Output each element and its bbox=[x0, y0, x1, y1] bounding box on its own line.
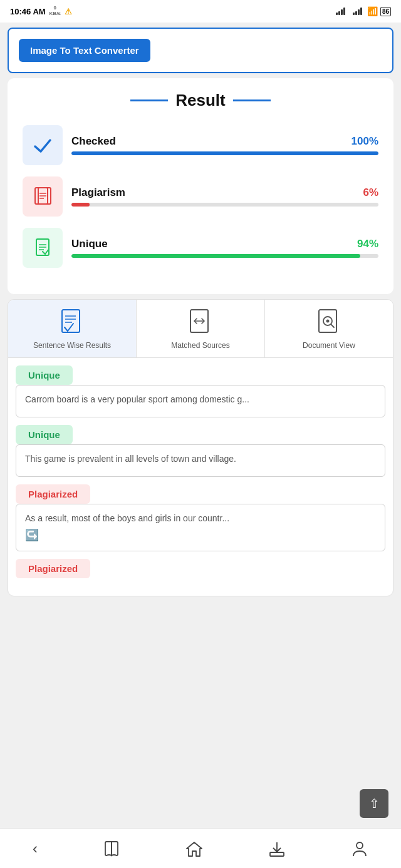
svg-rect-20 bbox=[270, 852, 284, 856]
sentence-text-3: As a result, most of the boys and girls … bbox=[16, 504, 385, 551]
nav-profile-button[interactable] bbox=[341, 835, 378, 862]
sentences-section: Unique Carrom board is a very popular sp… bbox=[8, 358, 393, 596]
tabs-card: Sentence Wise Results Matched Sources bbox=[8, 299, 393, 596]
data-speed: 0KB/s bbox=[49, 6, 61, 17]
checked-icon-box bbox=[23, 125, 63, 165]
nav-back-button[interactable]: ‹ bbox=[23, 835, 48, 862]
unique-doc-icon bbox=[31, 237, 54, 259]
signal-bars bbox=[336, 8, 345, 15]
status-bar: 10:46 AM 0KB/s ⚠ 📶 86 bbox=[0, 0, 401, 23]
plagiarism-progress-fill bbox=[71, 203, 90, 207]
sentence-wise-icon bbox=[60, 309, 85, 336]
plagiarism-label: Plagiarism bbox=[71, 186, 125, 199]
back-icon: ‹ bbox=[33, 840, 38, 857]
sentence-block-3: Plagiarized As a result, most of the boy… bbox=[16, 484, 385, 551]
sentence-tag-4: Plagiarized bbox=[16, 559, 90, 578]
checked-pct: 100% bbox=[352, 135, 378, 148]
unique-progress-bg bbox=[71, 254, 378, 258]
svg-marker-19 bbox=[187, 842, 202, 856]
document-view-icon bbox=[316, 309, 341, 336]
checked-label: Checked bbox=[71, 135, 116, 148]
plagiarism-pct: 6% bbox=[363, 186, 378, 199]
svg-rect-9 bbox=[62, 310, 80, 332]
tab-matched-sources[interactable]: Matched Sources bbox=[137, 300, 265, 357]
sentence-block-1: Unique Carrom board is a very popular sp… bbox=[16, 365, 385, 417]
download-icon bbox=[268, 840, 286, 857]
tab-sentence-wise[interactable]: Sentence Wise Results bbox=[8, 300, 137, 357]
battery-indicator: 86 bbox=[380, 7, 391, 16]
bottom-nav: ‹ bbox=[0, 828, 401, 868]
warning-icon: ⚠ bbox=[65, 7, 72, 16]
plagiarism-progress-bg bbox=[71, 203, 378, 207]
unique-pct: 94% bbox=[357, 238, 378, 250]
stat-row-plagiarism: Plagiarism 6% bbox=[23, 176, 378, 217]
tab-sentence-wise-label: Sentence Wise Results bbox=[33, 341, 111, 350]
result-title: Result bbox=[23, 91, 378, 110]
status-indicators: 📶 86 bbox=[336, 6, 391, 16]
book-icon bbox=[103, 840, 120, 857]
external-link-icon[interactable]: ↪️ bbox=[25, 528, 376, 542]
plagiarism-doc-icon bbox=[31, 185, 54, 208]
nav-download-button[interactable] bbox=[258, 835, 296, 862]
unique-label: Unique bbox=[71, 238, 108, 250]
svg-point-22 bbox=[357, 842, 363, 849]
tabs-row: Sentence Wise Results Matched Sources bbox=[8, 300, 393, 358]
svg-point-17 bbox=[326, 320, 330, 323]
status-time: 10:46 AM bbox=[10, 7, 46, 16]
signal-bars-2 bbox=[353, 8, 362, 15]
wifi-icon: 📶 bbox=[367, 6, 378, 16]
sentence-tag-2: Unique bbox=[16, 425, 73, 444]
checked-progress-bg bbox=[71, 151, 378, 155]
scroll-up-arrow-icon: ⇧ bbox=[369, 796, 380, 811]
sentence-block-4: Plagiarized bbox=[16, 559, 385, 578]
profile-icon bbox=[351, 840, 368, 857]
sentence-tag-3: Plagiarized bbox=[16, 484, 90, 504]
sentence-tag-1: Unique bbox=[16, 365, 73, 385]
checkmark-icon bbox=[31, 134, 54, 156]
sentence-block-2: Unique This game is prevalent in all lev… bbox=[16, 425, 385, 477]
title-line-right bbox=[233, 100, 271, 101]
image-converter-card: Image To Text Converter bbox=[8, 28, 393, 73]
unique-icon-box bbox=[23, 228, 63, 268]
nav-home-button[interactable] bbox=[175, 835, 213, 862]
matched-sources-icon bbox=[188, 309, 213, 336]
tab-document-view[interactable]: Document View bbox=[265, 300, 393, 357]
tab-document-view-label: Document View bbox=[303, 341, 355, 350]
home-icon bbox=[185, 840, 203, 857]
plagiarism-icon-box bbox=[23, 176, 63, 217]
scroll-to-top-button[interactable]: ⇧ bbox=[360, 789, 388, 818]
converter-button[interactable]: Image To Text Converter bbox=[19, 39, 150, 62]
sentence-text-2: This game is prevalent in all levels of … bbox=[16, 444, 385, 477]
sentence-text-1: Carrom board is a very popular sport amo… bbox=[16, 385, 385, 417]
unique-progress-fill bbox=[71, 254, 360, 258]
svg-line-18 bbox=[331, 324, 334, 327]
result-card: Result Checked 100% bbox=[8, 78, 393, 294]
stat-row-unique: Unique 94% bbox=[23, 228, 378, 268]
tab-matched-sources-label: Matched Sources bbox=[171, 341, 229, 350]
nav-book-button[interactable] bbox=[93, 835, 130, 862]
title-line-left bbox=[130, 100, 168, 101]
checked-progress-fill bbox=[71, 151, 378, 155]
stat-row-checked: Checked 100% bbox=[23, 125, 378, 165]
